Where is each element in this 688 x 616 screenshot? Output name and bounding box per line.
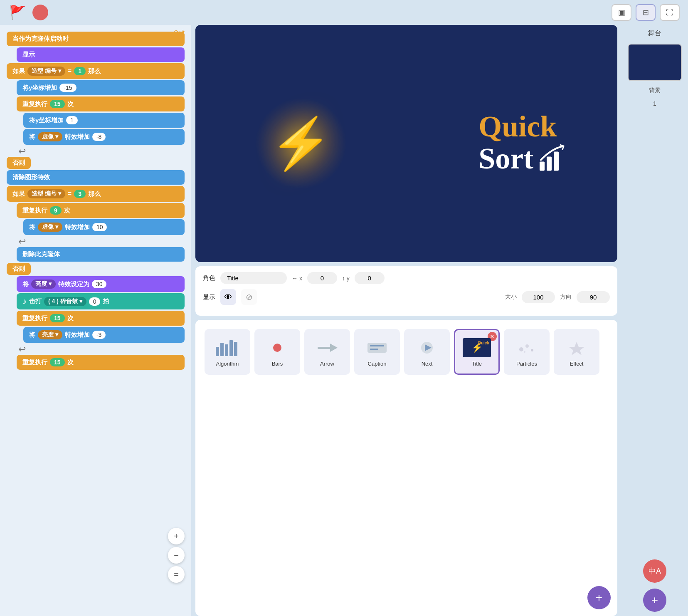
zoom-reset-button[interactable]: = <box>168 566 185 583</box>
effect-thumbnail <box>562 337 591 358</box>
block-y-add-1[interactable]: 将y坐标增加 1 <box>23 113 185 128</box>
role-label: 角色 <box>203 274 215 282</box>
else-block-2: 否则 <box>7 263 31 275</box>
sprite-card-next[interactable]: Next <box>404 329 450 375</box>
sprite-card-arrow[interactable]: Arrow <box>304 329 350 375</box>
size-input[interactable] <box>522 291 555 303</box>
svg-rect-6 <box>229 340 233 356</box>
sprite-card-bars[interactable]: Bars <box>254 329 300 375</box>
top-bar-left: 🚩 <box>8 3 48 22</box>
block-show[interactable]: 显示 <box>17 47 185 62</box>
block-ghost-add-10[interactable]: 将 虚像 ▾ 特效增加 10 <box>23 219 185 235</box>
view-left-button[interactable]: ▣ <box>612 4 631 21</box>
zoom-in-button[interactable]: + <box>168 528 185 544</box>
stage-content: ⚡ Quick Sort <box>195 25 617 262</box>
svg-rect-11 <box>370 345 384 346</box>
block-if-1[interactable]: 如果 造型 编号 ▾ = 1 那么 <box>7 63 185 79</box>
show-button[interactable]: 👁 <box>220 289 236 305</box>
block-repeat-15c[interactable]: 重复执行 15 次 <box>17 355 185 370</box>
add-sprite-button[interactable]: + <box>587 586 611 609</box>
particles-thumbnail <box>512 337 541 358</box>
zoom-controls: + − = <box>168 528 185 583</box>
sprites-container: Algorithm Bars <box>195 320 617 616</box>
svg-rect-8 <box>318 347 331 349</box>
block-y-add-minus15[interactable]: 将y坐标增加 -15 <box>17 80 185 95</box>
caption-label: Caption <box>368 361 387 367</box>
title-label: Title <box>472 361 482 367</box>
svg-rect-7 <box>234 342 237 356</box>
zoom-out-button[interactable]: − <box>168 547 185 564</box>
center-panel: ⚡ Quick Sort <box>191 25 621 616</box>
block-delete-clone[interactable]: 删除此克隆体 <box>17 247 185 262</box>
stop-button[interactable] <box>32 5 48 20</box>
size-label: 大小 <box>505 293 517 301</box>
translate-button[interactable]: 中A <box>643 559 666 583</box>
block-if-3[interactable]: 如果 造型 编号 ▾ = 3 那么 <box>7 186 185 202</box>
x-coord-input[interactable] <box>307 272 337 284</box>
particles-label: Particles <box>516 361 537 367</box>
green-flag-button[interactable]: 🚩 <box>8 3 27 22</box>
curve-arrow-1: ↩ <box>18 146 185 157</box>
bars-label: Bars <box>272 361 283 367</box>
svg-rect-5 <box>225 344 228 356</box>
effect-label: Effect <box>570 361 583 367</box>
bg-count: 1 <box>653 100 656 107</box>
sprite-card-particles[interactable]: Particles <box>504 329 550 375</box>
y-coord-input[interactable] <box>355 272 385 284</box>
sprite-card-title[interactable]: ✕ ⚡ Quick Title <box>454 329 500 375</box>
block-music[interactable]: ♪ 击打 ( 4 ) 碎音鼓 ▾ 0 拍 <box>17 293 185 309</box>
svg-rect-12 <box>370 349 378 350</box>
sprite-card-algorithm[interactable]: Algorithm <box>205 329 250 375</box>
else-block-1: 否则 <box>7 157 31 169</box>
direction-input[interactable] <box>577 291 610 303</box>
svg-point-17 <box>531 349 533 351</box>
top-bar: 🚩 ▣ ⊟ ⛶ <box>0 0 688 25</box>
block-brightness-set-30[interactable]: 将 亮度 ▾ 特效设定为 30 <box>17 276 185 292</box>
svg-rect-1 <box>547 156 552 171</box>
svg-rect-4 <box>220 343 224 356</box>
arrow-label: Arrow <box>320 361 334 367</box>
sprite-controls: 角色 ↔ x ↕ y 显示 👁 ⊘ 大小 方向 <box>195 266 617 316</box>
y-coord-label: ↕ y <box>342 275 350 282</box>
sprite-card-effect[interactable]: Effect <box>554 329 599 375</box>
x-coord-label: ↔ x <box>292 275 302 282</box>
block-clone-start[interactable]: 当作为克隆体启动时 <box>7 32 185 46</box>
curve-arrow-2: ↩ <box>18 236 185 247</box>
svg-point-16 <box>525 344 529 348</box>
quick-text: Quick <box>478 111 567 141</box>
add-stage-button[interactable]: + <box>643 589 666 612</box>
block-brightness-add-minus3[interactable]: 将 亮度 ▾ 特效增加 -3 <box>23 327 185 343</box>
svg-point-15 <box>519 347 523 351</box>
costume-dropdown-2[interactable]: 造型 编号 ▾ <box>27 189 65 198</box>
main-layout: Quit 当作为克隆体启动时 显示 如果 造型 编号 ▾ = 1 那么 将y坐标… <box>0 25 688 616</box>
right-panel: 舞台 背景 1 中A + <box>621 25 688 616</box>
sprite-control-row-2: 显示 👁 ⊘ 大小 方向 <box>203 289 610 305</box>
next-label: Next <box>422 361 433 367</box>
block-repeat-9[interactable]: 重复执行 9 次 <box>17 203 185 218</box>
costume-dropdown[interactable]: 造型 编号 ▾ <box>27 67 65 76</box>
view-split-button[interactable]: ⊟ <box>636 4 656 21</box>
svg-marker-9 <box>330 344 338 352</box>
svg-rect-2 <box>554 151 559 171</box>
lightning-bolt: ⚡ <box>270 114 332 173</box>
sprites-grid: Algorithm Bars <box>200 325 612 379</box>
sprite-name-input[interactable] <box>220 272 287 284</box>
sprite-card-caption[interactable]: Caption <box>354 329 400 375</box>
curve-arrow-3: ↩ <box>18 344 185 355</box>
bars-thumbnail <box>263 337 292 358</box>
fullscreen-button[interactable]: ⛶ <box>660 4 680 21</box>
svg-rect-3 <box>216 347 219 356</box>
bg-label: 背景 <box>649 87 661 94</box>
stage-area: ⚡ Quick Sort <box>195 25 617 262</box>
hide-button[interactable]: ⊘ <box>241 289 257 305</box>
sort-text: Sort <box>478 141 567 176</box>
block-repeat-15a[interactable]: 重复执行 15 次 <box>17 96 185 111</box>
stage-thumbnail[interactable] <box>628 44 682 81</box>
block-clear-effects[interactable]: 清除图形特效 <box>7 170 185 185</box>
quick-sort-text: Quick Sort <box>478 111 567 176</box>
caption-thumbnail <box>362 337 392 358</box>
block-repeat-15b[interactable]: 重复执行 15 次 <box>17 311 185 326</box>
block-ghost-add-minus8[interactable]: 将 虚像 ▾ 特效增加 -8 <box>23 129 185 145</box>
svg-rect-10 <box>367 343 387 353</box>
algorithm-thumbnail <box>213 337 242 358</box>
